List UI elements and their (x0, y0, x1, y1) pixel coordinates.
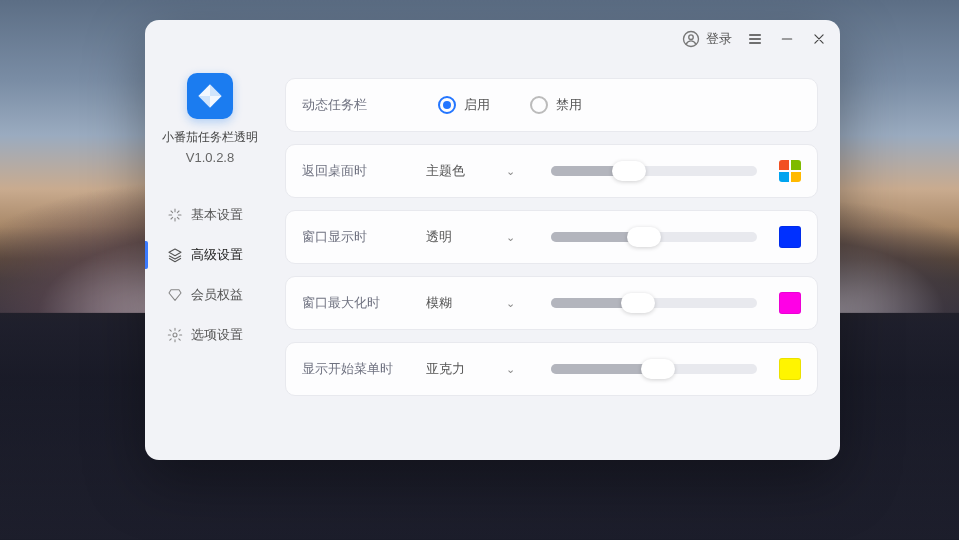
dropdown-value: 主题色 (426, 162, 465, 180)
app-window: 登录 小番茄任务栏透明 V1.0.2.8 (145, 20, 840, 460)
login-label: 登录 (706, 30, 732, 48)
diamond-icon (167, 287, 183, 303)
mode-dropdown[interactable]: 主题色⌄ (426, 156, 521, 186)
slider-thumb[interactable] (612, 161, 646, 181)
sparkle-icon (167, 207, 183, 223)
hamburger-icon (747, 31, 763, 47)
nav: 基本设置 高级设置 会员权益 (145, 195, 275, 355)
radio-label: 启用 (464, 96, 490, 114)
user-icon (682, 30, 700, 48)
radio-disable[interactable]: 禁用 (530, 96, 582, 114)
radio-label: 禁用 (556, 96, 582, 114)
slider-thumb[interactable] (621, 293, 655, 313)
chevron-down-icon: ⌄ (506, 231, 515, 244)
opacity-slider[interactable] (551, 298, 757, 308)
gear-icon (167, 327, 183, 343)
row-label: 窗口显示时 (302, 228, 402, 246)
nav-label: 高级设置 (191, 246, 243, 264)
radio-group-dynamic: 启用 禁用 (438, 96, 582, 114)
svg-point-1 (689, 35, 694, 40)
chevron-down-icon: ⌄ (506, 297, 515, 310)
mode-dropdown[interactable]: 透明⌄ (426, 222, 521, 252)
setting-row: 窗口显示时透明⌄ (285, 210, 818, 264)
nav-item-basic[interactable]: 基本设置 (145, 195, 275, 235)
setting-row: 窗口最大化时模糊⌄ (285, 276, 818, 330)
nav-label: 基本设置 (191, 206, 243, 224)
sidebar: 小番茄任务栏透明 V1.0.2.8 基本设置 高级设置 (145, 58, 275, 460)
dropdown-value: 模糊 (426, 294, 452, 312)
radio-enable[interactable]: 启用 (438, 96, 490, 114)
color-swatch[interactable] (779, 292, 801, 314)
minimize-icon (780, 32, 794, 46)
dropdown-value: 亚克力 (426, 360, 465, 378)
content: 动态任务栏 启用 禁用 返回桌面时主题色⌄窗口显示时透明⌄窗口最大化时模糊⌄显示… (275, 58, 840, 460)
close-icon (812, 32, 826, 46)
layers-icon (167, 247, 183, 263)
color-swatch[interactable] (779, 358, 801, 380)
row-label: 窗口最大化时 (302, 294, 402, 312)
app-version: V1.0.2.8 (186, 150, 234, 165)
close-button[interactable] (810, 30, 828, 48)
app-logo-icon (196, 82, 224, 110)
opacity-slider[interactable] (551, 166, 757, 176)
window-body: 小番茄任务栏透明 V1.0.2.8 基本设置 高级设置 (145, 58, 840, 460)
mode-dropdown[interactable]: 模糊⌄ (426, 288, 521, 318)
app-logo (187, 73, 233, 119)
slider-thumb[interactable] (641, 359, 675, 379)
nav-label: 选项设置 (191, 326, 243, 344)
login-button[interactable]: 登录 (682, 30, 732, 48)
chevron-down-icon: ⌄ (506, 363, 515, 376)
radio-ring-icon (438, 96, 456, 114)
minimize-button[interactable] (778, 30, 796, 48)
slider-thumb[interactable] (627, 227, 661, 247)
opacity-slider[interactable] (551, 232, 757, 242)
menu-button[interactable] (746, 30, 764, 48)
nav-label: 会员权益 (191, 286, 243, 304)
opacity-slider[interactable] (551, 364, 757, 374)
setting-row: 显示开始菜单时亚克力⌄ (285, 342, 818, 396)
radio-ring-icon (530, 96, 548, 114)
mode-dropdown[interactable]: 亚克力⌄ (426, 354, 521, 384)
nav-item-advanced[interactable]: 高级设置 (145, 235, 275, 275)
nav-item-options[interactable]: 选项设置 (145, 315, 275, 355)
dropdown-value: 透明 (426, 228, 452, 246)
nav-item-vip[interactable]: 会员权益 (145, 275, 275, 315)
svg-point-2 (173, 333, 177, 337)
setting-row: 返回桌面时主题色⌄ (285, 144, 818, 198)
row-label: 显示开始菜单时 (302, 360, 402, 378)
color-swatch[interactable] (779, 226, 801, 248)
row-label: 动态任务栏 (302, 96, 402, 114)
app-name: 小番茄任务栏透明 (162, 129, 258, 146)
row-dynamic-taskbar: 动态任务栏 启用 禁用 (285, 78, 818, 132)
windows-color-icon[interactable] (779, 160, 801, 182)
row-label: 返回桌面时 (302, 162, 402, 180)
titlebar: 登录 (145, 20, 840, 58)
chevron-down-icon: ⌄ (506, 165, 515, 178)
